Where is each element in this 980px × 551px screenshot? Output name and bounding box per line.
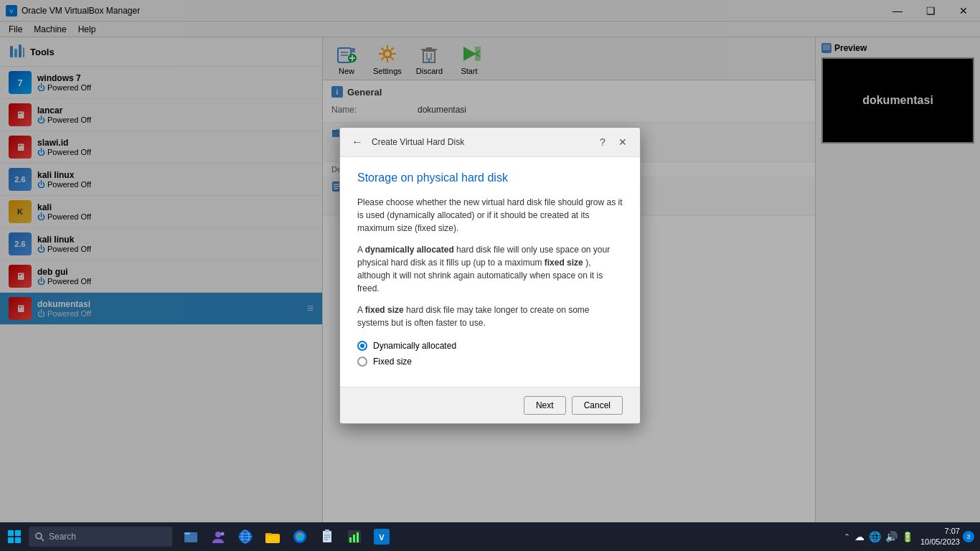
svg-rect-39: [8, 530, 14, 536]
dialog-section-title: Storage on physical hard disk: [357, 171, 623, 184]
svg-line-44: [42, 539, 44, 542]
create-virtual-hard-disk-dialog: ← Create Virtual Hard Disk ? ✕ Storage o…: [339, 127, 641, 424]
taskbar-app-icons: V: [172, 524, 844, 550]
dialog-titlebar: ← Create Virtual Hard Disk ? ✕: [340, 128, 640, 157]
taskbar-virtualbox-icon[interactable]: V: [369, 524, 395, 550]
svg-text:V: V: [379, 533, 385, 542]
globe-sys-icon[interactable]: 🌐: [869, 531, 881, 542]
svg-rect-42: [15, 537, 21, 543]
search-text: Search: [49, 532, 76, 542]
fixed-size-bold: fixed size: [545, 258, 583, 268]
fixed-size-radio[interactable]: [357, 357, 367, 367]
taskbar-file-icon[interactable]: [178, 524, 204, 550]
taskbar-folder-icon[interactable]: [260, 524, 286, 550]
fixed-size-bold2: fixed size: [365, 305, 404, 315]
svg-rect-63: [349, 537, 352, 542]
dialog-content: Storage on physical hard disk Please cho…: [340, 157, 640, 387]
svg-rect-64: [353, 534, 355, 542]
cancel-button[interactable]: Cancel: [572, 396, 623, 415]
taskbar-time-date[interactable]: 7:07 10/05/2023: [920, 526, 960, 548]
svg-rect-58: [325, 529, 329, 532]
dialog-back-button[interactable]: ←: [349, 134, 366, 150]
dialog-help-button[interactable]: ?: [594, 133, 611, 151]
fixed-size-label: Fixed size: [373, 357, 412, 367]
taskbar-teams-icon[interactable]: [205, 524, 231, 550]
taskbar-system-tray: ⌃ ☁ 🌐 🔊 🔋 7:07 10/05/2023 3: [844, 526, 980, 548]
svg-point-47: [215, 532, 221, 537]
dynamically-allocated-label: Dynamically allocated: [373, 341, 456, 351]
sys-icons: ⌃ ☁ 🌐 🔊 🔋: [844, 531, 913, 542]
dialog-help-text-3: A fixed size hard disk file may take lon…: [357, 303, 623, 329]
svg-rect-40: [15, 530, 21, 536]
dialog-title: Create Virtual Hard Disk: [372, 137, 464, 147]
dialog-close-button[interactable]: ✕: [614, 133, 631, 151]
taskbar-firefox-icon[interactable]: [287, 524, 313, 550]
volume-icon[interactable]: 🔊: [885, 531, 897, 542]
windows-start-button[interactable]: [0, 522, 29, 551]
search-icon: [34, 532, 44, 542]
svg-rect-57: [323, 531, 331, 542]
taskbar-globe-icon[interactable]: [232, 524, 258, 550]
taskbar-date: 10/05/2023: [920, 537, 960, 547]
dialog-overlay: ← Create Virtual Hard Disk ? ✕ Storage o…: [0, 0, 980, 522]
svg-point-48: [221, 532, 225, 536]
dialog-help-text-2: A dynamically allocated hard disk file w…: [357, 243, 623, 295]
notification-badge[interactable]: 3: [963, 531, 974, 542]
taskbar-search[interactable]: Search: [29, 527, 172, 547]
dynamically-allocated-bold: dynamically allocated: [365, 245, 454, 255]
dynamically-allocated-radio[interactable]: [357, 341, 367, 351]
battery-icon[interactable]: 🔋: [902, 532, 913, 542]
dialog-titlebar-right: ? ✕: [594, 133, 631, 151]
dialog-titlebar-left: ← Create Virtual Hard Disk: [349, 134, 464, 150]
storage-type-radio-group: Dynamically allocated Fixed size: [357, 341, 623, 367]
taskbar: Search: [0, 522, 980, 551]
dialog-footer: Next Cancel: [340, 387, 640, 423]
dynamically-allocated-option[interactable]: Dynamically allocated: [357, 341, 623, 351]
svg-rect-65: [357, 532, 359, 542]
svg-rect-41: [8, 537, 14, 543]
windows-logo-icon: [7, 529, 22, 544]
taskbar-clipboard-icon[interactable]: [314, 524, 340, 550]
dialog-help-text-1: Please choose whether the new virtual ha…: [357, 196, 623, 235]
cloud-icon[interactable]: ☁: [854, 531, 864, 542]
fixed-size-option[interactable]: Fixed size: [357, 357, 623, 367]
svg-rect-46: [184, 532, 190, 534]
chevron-up-icon[interactable]: ⌃: [844, 532, 850, 542]
taskbar-time: 7:07: [920, 526, 960, 537]
svg-point-43: [36, 533, 42, 539]
next-button[interactable]: Next: [524, 396, 566, 415]
taskbar-task-icon[interactable]: [341, 524, 367, 550]
